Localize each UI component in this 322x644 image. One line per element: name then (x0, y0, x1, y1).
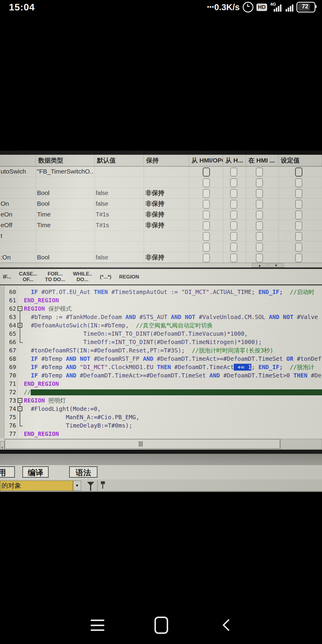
cell-default-value[interactable]: false (96, 252, 142, 263)
back-button[interactable] (222, 619, 235, 631)
cell-retain[interactable]: 非保持 (145, 220, 188, 230)
cell-default-value[interactable] (96, 166, 142, 177)
cell-retain[interactable] (145, 166, 188, 177)
checkbox-from-hmi-opc[interactable] (203, 168, 210, 177)
checkbox-in-hmi[interactable] (256, 189, 263, 198)
code-line[interactable]: 77END_REGION (0, 430, 322, 438)
filter-funnel-icon[interactable] (87, 482, 94, 486)
code-line[interactable]: 73−REGION 照明灯 (0, 397, 322, 405)
checkbox-setpoint[interactable] (295, 178, 302, 187)
code-line[interactable]: 68 IF #bTemp AND NOT #DefoamRST_FP AND #… (0, 355, 322, 363)
column-header-name[interactable] (0, 155, 36, 166)
column-header-7[interactable]: 设定值 (278, 155, 322, 166)
checkbox-from-hmi[interactable] (230, 178, 237, 187)
cell-retain[interactable]: 非保持 (145, 198, 188, 209)
snippet-for[interactable]: FOR... TO DO... (45, 271, 65, 282)
checkbox-in-hmi[interactable] (256, 200, 263, 209)
checkbox-from-hmi-opc[interactable] (203, 243, 210, 252)
cell-name[interactable]: t (1, 230, 35, 241)
checkbox-from-hmi-opc[interactable] (203, 200, 210, 209)
checkbox-setpoint[interactable] (295, 200, 302, 209)
checkbox-from-hmi-opc[interactable] (203, 232, 210, 241)
cell-default-value[interactable] (96, 230, 142, 241)
cell-data-type[interactable]: Bool (37, 198, 94, 209)
pin-icon[interactable] (101, 481, 105, 484)
code-line[interactable]: 72// (0, 388, 322, 397)
cell-name[interactable] (1, 241, 35, 252)
snippet-case[interactable]: CASE... OF... (19, 271, 37, 282)
cell-name[interactable]: eOff (1, 220, 35, 230)
cell-retain[interactable] (145, 230, 188, 241)
cell-name[interactable] (1, 188, 35, 198)
scrollbar-grip-icon[interactable] (136, 441, 145, 447)
cell-retain[interactable] (145, 177, 188, 188)
code-line[interactable]: 65 TimeOn:=INT_TO_DINT(#DefoamDT.TimeVac… (0, 330, 322, 338)
checkbox-setpoint[interactable] (295, 168, 302, 177)
checkbox-in-hmi[interactable] (256, 232, 263, 241)
table-row[interactable]: t (0, 230, 322, 242)
checkbox-from-hmi[interactable] (230, 200, 237, 209)
tab-compile[interactable]: 编译 (22, 466, 49, 478)
table-row[interactable]: :OnBoolfalse非保持 (0, 252, 322, 263)
cell-name[interactable]: utoSwich (1, 166, 35, 177)
checkbox-from-hmi[interactable] (230, 243, 237, 252)
cell-default-value[interactable]: T#1s (96, 209, 142, 220)
cell-retain[interactable]: 非保持 (145, 209, 188, 220)
cell-data-type[interactable]: "FB_TimerSwitchO... (37, 166, 94, 177)
cell-data-type[interactable]: Bool (37, 252, 94, 263)
cell-default-value[interactable] (96, 241, 142, 252)
table-row[interactable]: Boolfalse非保持 (0, 188, 322, 199)
cell-name[interactable]: On (1, 198, 35, 209)
tab-partial[interactable]: 用 (0, 466, 15, 478)
tab-syntax[interactable]: 语法 (69, 466, 97, 478)
code-editor[interactable]: 60 IF #OPT.OT.EU_Aut THEN #TimeStampAutO… (0, 286, 322, 438)
snippet-while[interactable]: WHILE.. DO... (73, 271, 92, 282)
checkbox-from-hmi[interactable] (230, 253, 237, 262)
cell-data-type[interactable] (37, 230, 94, 241)
checkbox-setpoint[interactable] (295, 253, 302, 262)
filter-dropdown[interactable]: 的对象 (0, 481, 73, 491)
code-line[interactable]: 62−REGION 保护模式 (0, 305, 322, 313)
checkbox-in-hmi[interactable] (256, 210, 263, 219)
snippet-if[interactable]: IF... (3, 274, 11, 280)
code-line[interactable]: 66 TimeOff:=INT_TO_DINT(#DefoamDT.TimeNi… (0, 338, 322, 346)
column-header-1[interactable]: 数据类型 (36, 155, 95, 166)
cell-default-value[interactable]: false (96, 198, 142, 209)
checkbox-from-hmi[interactable] (230, 168, 237, 177)
cell-name[interactable]: eOn (1, 209, 35, 220)
code-line[interactable]: 69 IF #bTemp AND "DI_MCT".ClockM0D1.EU T… (0, 363, 322, 371)
cell-default-value[interactable]: false (96, 188, 142, 198)
horizontal-scrollbar[interactable] (4, 439, 280, 449)
table-row[interactable]: OnBoolfalse非保持 (0, 198, 322, 209)
checkbox-from-hmi[interactable] (230, 221, 237, 230)
cell-data-type[interactable]: Time (37, 209, 94, 220)
code-line[interactable]: 64− #DefoamAutoSwich(IN:=#bTemp, //真空阀氮气… (0, 321, 322, 330)
checkbox-from-hmi[interactable] (230, 232, 237, 241)
cell-retain[interactable] (145, 241, 188, 252)
table-row[interactable]: eOnTimeT#1s非保持 (0, 209, 322, 220)
code-line[interactable]: 70 IF #bTemp AND #DefoamDT.TimeAct>=#Def… (0, 371, 322, 380)
fold-toggle[interactable]: − (18, 406, 22, 411)
code-line[interactable]: 60 IF #OPT.OT.EU_Aut THEN #TimeStampAutO… (0, 288, 322, 296)
checkbox-in-hmi[interactable] (256, 243, 263, 252)
column-header-3[interactable]: 保持 (144, 155, 189, 166)
column-header-2[interactable]: 默认值 (95, 155, 144, 166)
cell-name[interactable]: :On (1, 252, 35, 263)
snippet-comment[interactable]: (*...*) (100, 274, 112, 280)
table-row[interactable] (0, 177, 322, 188)
snippet-region[interactable]: REGION (119, 274, 139, 280)
checkbox-from-hmi[interactable] (230, 189, 237, 198)
cell-default-value[interactable] (96, 177, 142, 188)
column-header-4[interactable]: 从 HMI/OPC.. (189, 155, 223, 166)
checkbox-from-hmi-opc[interactable] (203, 253, 210, 262)
checkbox-in-hmi[interactable] (256, 221, 263, 230)
checkbox-from-hmi-opc[interactable] (203, 210, 210, 219)
cell-default-value[interactable]: T#1s (96, 220, 142, 230)
scroll-up-button[interactable]: ▲ (252, 263, 267, 267)
code-line[interactable]: 74− #FloodLight(Mode:=0, (0, 405, 322, 413)
cell-retain[interactable]: 非保持 (145, 252, 188, 263)
recents-button[interactable] (91, 620, 104, 631)
cell-retain[interactable]: 非保持 (145, 188, 188, 198)
code-line[interactable]: 71END_REGION (0, 380, 322, 388)
scroll-down-button[interactable]: ▼ (268, 263, 284, 267)
